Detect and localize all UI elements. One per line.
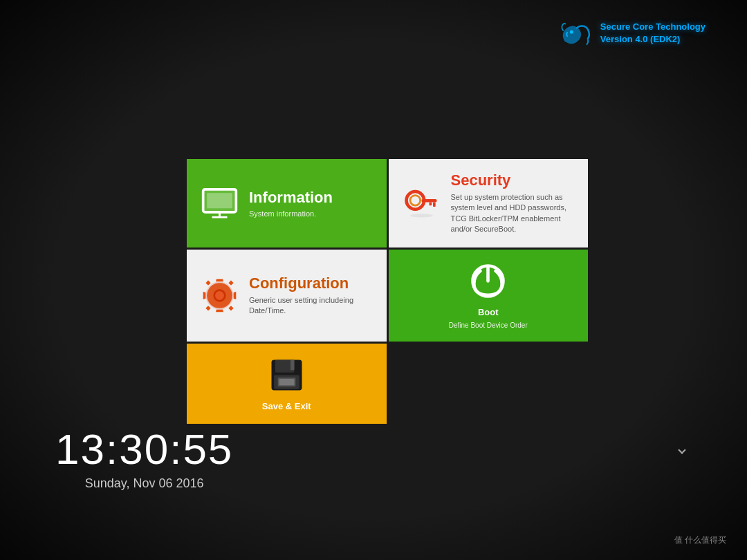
boot-title: Boot <box>478 307 499 317</box>
security-content: Security Set up system protection such a… <box>451 171 575 235</box>
save-exit-content: Save & Exit <box>262 356 311 411</box>
security-title: Security <box>451 171 575 189</box>
save-exit-title: Save & Exit <box>262 401 311 411</box>
svg-rect-9 <box>421 199 436 203</box>
svg-point-7 <box>406 192 424 209</box>
tile-security[interactable]: Security Set up system protection such a… <box>389 159 589 248</box>
monitor-icon <box>201 186 239 221</box>
svg-point-0 <box>570 30 573 34</box>
information-title: Information <box>249 189 373 207</box>
save-icon <box>268 356 306 397</box>
tile-boot[interactable]: Boot Define Boot Device Order <box>389 250 589 342</box>
svg-rect-11 <box>429 203 432 206</box>
svg-rect-20 <box>290 360 295 370</box>
svg-point-8 <box>410 196 421 206</box>
configuration-title: Configuration <box>249 274 373 292</box>
clock-time: 13:30:55 <box>55 424 233 474</box>
power-icon <box>469 262 507 303</box>
information-subtitle: System information. <box>249 209 373 218</box>
svg-rect-23 <box>279 379 294 385</box>
watermark: 值 什么值得买 <box>674 534 726 546</box>
brand-logo-icon <box>559 19 593 47</box>
security-subtitle: Set up system protection such as system … <box>451 192 575 235</box>
clock-date: Sunday, Nov 06 2016 <box>55 476 233 491</box>
brand-text: Secure Core Technology Version 4.0 (EDK2… <box>600 21 706 46</box>
boot-content: Boot Define Boot Device Order <box>449 262 528 329</box>
configuration-content: Configuration Generic user setting inclu… <box>249 274 373 317</box>
svg-rect-10 <box>433 203 436 207</box>
tile-information[interactable]: Information System information. <box>187 159 387 248</box>
brand-area: Secure Core Technology Version 4.0 (EDK2… <box>559 19 706 47</box>
svg-point-16 <box>215 291 224 300</box>
svg-point-12 <box>410 214 433 218</box>
tile-save-exit[interactable]: Save & Exit <box>187 344 387 424</box>
clock-area: 13:30:55 Sunday, Nov 06 2016 <box>55 424 233 491</box>
key-icon <box>403 187 441 218</box>
svg-rect-3 <box>207 193 232 208</box>
gear-icon <box>201 277 239 315</box>
tile-configuration[interactable]: Configuration Generic user setting inclu… <box>187 250 387 342</box>
menu-grid: Information System information. Security… <box>187 159 588 424</box>
information-content: Information System information. <box>249 189 373 218</box>
configuration-subtitle: Generic user setting includeing Date/Tim… <box>249 295 373 317</box>
boot-subtitle: Define Boot Device Order <box>449 321 528 329</box>
